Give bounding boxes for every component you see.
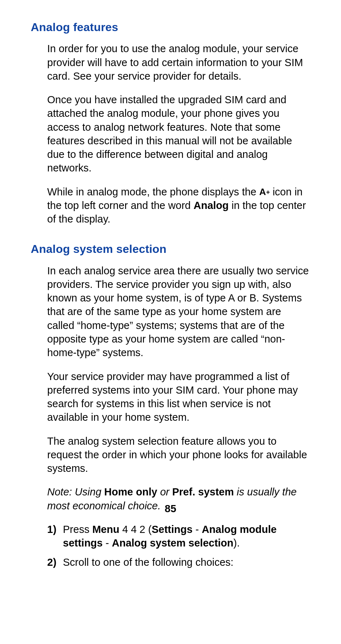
text-run: ).: [233, 537, 240, 549]
heading-analog-features: Analog features: [31, 20, 310, 35]
step-number: 2): [47, 555, 63, 569]
page-content: Analog features In order for you to use …: [0, 0, 341, 569]
text-run: Press: [63, 524, 92, 535]
step-2: 2) Scroll to one of the following choice…: [47, 555, 310, 569]
paragraph: In each analog service area there are us…: [47, 264, 310, 360]
text-run: While in analog mode, the phone displays…: [47, 186, 259, 198]
paragraph: The analog system selection feature allo…: [47, 434, 310, 475]
text-run: -: [103, 537, 112, 549]
text-run: -: [193, 524, 202, 535]
bold-term-pref-system: Pref. system: [172, 486, 234, 498]
text-run: 4 4 2 (: [119, 524, 152, 535]
heading-analog-system-selection: Analog system selection: [31, 241, 310, 256]
steps-list: 1) Press Menu 4 4 2 (Settings - Analog m…: [47, 523, 310, 569]
step-number: 1): [47, 523, 63, 536]
paragraph: In order for you to use the analog modul…: [47, 42, 310, 83]
paragraph: Your service provider may have programme…: [47, 370, 310, 424]
analog-a-plus-icon: A+: [259, 187, 270, 196]
step-1: 1) Press Menu 4 4 2 (Settings - Analog m…: [47, 523, 310, 550]
bold-term-settings: Settings: [152, 524, 192, 535]
note-text: Note: Using: [47, 486, 104, 498]
bold-term-analog: Analog: [193, 200, 228, 211]
paragraph: While in analog mode, the phone displays…: [47, 185, 310, 226]
bold-term-menu: Menu: [92, 524, 119, 535]
section-analog-features-body: In order for you to use the analog modul…: [47, 42, 310, 226]
section-analog-system-selection-body: In each analog service area there are us…: [47, 264, 310, 569]
paragraph: Once you have installed the upgraded SIM…: [47, 93, 310, 175]
note-text: or: [157, 486, 172, 498]
bold-term-home-only: Home only: [104, 486, 157, 498]
bold-term-analog-system-selection: Analog system selection: [112, 537, 233, 549]
step-body: Scroll to one of the following choices:: [63, 555, 310, 569]
step-body: Press Menu 4 4 2 (Settings - Analog modu…: [63, 523, 310, 550]
page-number: 85: [0, 502, 341, 515]
